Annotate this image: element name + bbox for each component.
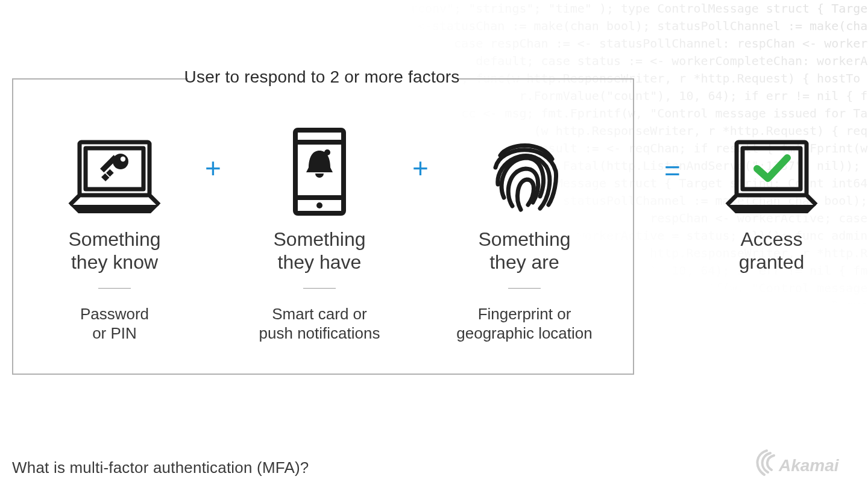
factor-have: Something they have Smart card or push n… <box>229 114 410 343</box>
fingerprint-icon <box>434 114 615 217</box>
factor-know-subtitle: Password or PIN <box>24 304 205 343</box>
laptop-key-icon <box>24 114 205 217</box>
footer-caption: What is multi-factor authentication (MFA… <box>12 458 309 477</box>
result-access-granted: Access granted <box>693 114 850 274</box>
factor-are-subtitle: Fingerprint or geographic location <box>434 304 615 343</box>
svg-point-2 <box>113 154 128 169</box>
phone-bell-icon <box>229 114 410 217</box>
equals-icon: = <box>664 157 679 184</box>
result-title: Access granted <box>693 228 850 274</box>
divider <box>303 288 336 289</box>
factor-are-title: Something they are <box>434 228 615 274</box>
svg-rect-1 <box>86 148 143 189</box>
divider <box>508 288 541 289</box>
brand-logo: Akamai <box>751 447 854 480</box>
factor-know-title: Something they know <box>24 228 205 274</box>
box-title: User to respond to 2 or more factors <box>12 67 632 87</box>
factor-have-subtitle: Smart card or push notifications <box>229 304 410 343</box>
plus-icon: + <box>412 154 429 182</box>
svg-rect-13 <box>743 148 800 189</box>
factor-are: Something they are Fingerprint or geogra… <box>434 114 615 343</box>
svg-point-3 <box>121 157 125 161</box>
divider <box>98 288 131 289</box>
brand-text: Akamai <box>778 456 840 475</box>
factor-know: Something they know Password or PIN <box>24 114 205 343</box>
laptop-check-icon <box>693 114 850 217</box>
svg-point-10 <box>316 202 322 208</box>
plus-icon: + <box>205 154 221 182</box>
factor-have-title: Something they have <box>229 228 410 274</box>
